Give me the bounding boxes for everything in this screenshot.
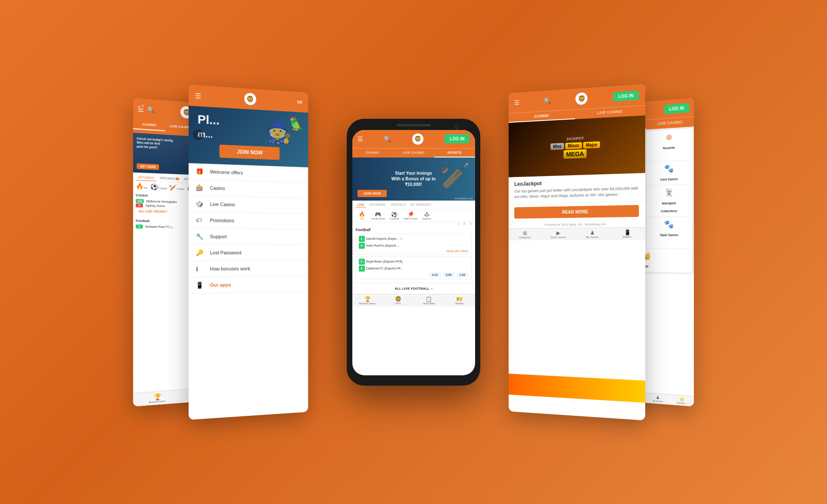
blackjack-collections-game[interactable]: 🃏 BlackjackCollections (646, 184, 692, 217)
odd-2[interactable]: 1.52 (457, 272, 469, 277)
support-item[interactable]: 🔧 Support (189, 228, 308, 245)
table-games-game[interactable]: 🐾 Table Games (646, 216, 692, 248)
how-bonuses-item[interactable]: ℹ How bonuses work (189, 260, 308, 277)
lost-password-item[interactable]: 🔑 Lost Password (189, 244, 308, 261)
quick-launch-btn[interactable]: ▶ Quick Launch (541, 230, 575, 238)
lvfc-footer[interactable]: 🦁 LVFC (383, 296, 414, 305)
team1-name: Gambit Esports (Espor... (366, 237, 399, 240)
bet-here-button[interactable]: BET HERE (137, 163, 159, 170)
menu-hamburger-icon[interactable]: ☰ (195, 91, 201, 100)
menu-lion-logo: 🦁 (244, 93, 256, 105)
casino-item[interactable]: 🎰 Casino (189, 179, 308, 198)
search-icon[interactable]: 🔍 (147, 106, 155, 113)
bottom-banner-strip (509, 374, 645, 403)
live-casino-item[interactable]: 🎲 Live Casino (189, 195, 308, 213)
key-icon: 🔑 (196, 249, 205, 256)
our-apps-item[interactable]: 📱 Our apps (189, 276, 308, 294)
match-card-2[interactable]: 0 Royal Bears (Esports FIFA) 0 Catalonia… (356, 257, 472, 279)
banner-text: Start Your Innings With a Bonus of up to… (391, 170, 435, 187)
phone-casino-tab[interactable]: CASINO (352, 148, 393, 158)
casino-menu-icon[interactable]: ☰ (514, 99, 519, 106)
open-bets-footer[interactable]: 📋 Open Bets (414, 296, 444, 305)
football-filter[interactable]: ⚽Football (388, 211, 401, 220)
mobile-plus-btn[interactable]: 📱 Mobile+ (609, 229, 645, 238)
leojackpot-description: Our top games just got better with LeoJa… (514, 186, 639, 199)
casino-tab[interactable]: CASINO (133, 119, 165, 131)
exclusive-footer-btn[interactable]: ⭐ Exclusiv... (670, 396, 694, 405)
phone-login-button[interactable]: LOG IN (445, 134, 469, 143)
mega-jackpot-row: MEGA (563, 149, 586, 158)
top-filter[interactable]: 🔥Top (356, 211, 369, 220)
left-menu-panel: ☰ 🦁 DE 🦜 🧙 Pl...m... ‹ JOIN NOW 🎁 Welcom… (189, 84, 308, 420)
live-tab[interactable]: LIVE (356, 202, 366, 207)
screens-container: ☰ 6 🔍 🦁 DE CASINO LIVE CASINO SP... Chec… (112, 48, 715, 457)
card-games-label: Card Games (660, 177, 678, 181)
welcome-offers-label: Welcome offers (210, 169, 243, 175)
table-tennis-filter[interactable]: 🏓Table Tennis (403, 211, 417, 220)
leojackpot-title: LeoJackpot (514, 177, 639, 187)
casino-lion-logo: 🦁 (575, 92, 588, 105)
odds-header: 1 X 2 (352, 222, 475, 225)
team4-score: 0 (359, 266, 365, 272)
show-all-offers[interactable]: Show all 8 offers (359, 250, 469, 253)
specials-tab[interactable]: SPECIALS (389, 202, 407, 207)
phone-search-icon[interactable]: 🔍 (384, 136, 391, 142)
esports-filter[interactable]: 🕹Esports (420, 211, 433, 220)
hamburger-menu[interactable]: ☰ 6 (137, 105, 143, 113)
all-live-football-link[interactable]: ALL LIVE FOOTBALL › (352, 283, 475, 294)
cricket-sport[interactable]: 🏏Cricket (169, 184, 184, 191)
roulette-game[interactable]: ⊗ Roulette (646, 128, 692, 162)
upcoming-tab[interactable]: UPCOMING (367, 202, 388, 207)
my-games-btn[interactable]: ♟ My Games (575, 229, 609, 238)
support-label: Support (210, 234, 227, 239)
match-card-1[interactable]: 2 Gambit Esports (Espor... 11' 4 Team Ru… (356, 234, 472, 255)
specials-tab[interactable]: SPECIALS 1 (158, 175, 181, 182)
matches-container: Football 2 Gambit Esports (Espor... 11' (352, 226, 475, 283)
card-games-game[interactable]: 🐾 Card Games (646, 160, 692, 186)
de-label: DE (297, 99, 302, 104)
phone-sports-tab[interactable]: SPORTS (434, 148, 475, 158)
odd-x[interactable]: 5.00 (443, 272, 455, 277)
far-right-login-button[interactable]: LOG IN (664, 102, 689, 114)
promotions-icon: 🏷 (196, 216, 205, 224)
casino-footer: ⊞ Categories ▶ Quick Launch ♟ My Games 📱… (509, 227, 645, 240)
upcoming-tab[interactable]: UPCOMING (136, 174, 156, 181)
my-games-footer-btn[interactable]: ♟ My Games (646, 394, 670, 403)
menu-list: 🎁 Welcome offers 🎰 Casino 🎲 Live Casino … (189, 163, 308, 293)
football-team: Brisbane Roar FC (... (146, 225, 174, 228)
football-sport[interactable]: ⚽Football (150, 183, 167, 190)
betslip-footer[interactable]: 🎫 BetSlip (444, 296, 475, 305)
team3-name: Royal Bears (Esports FIFA) (366, 260, 469, 263)
phone-live-casino-tab[interactable]: LIVE CASINO (393, 148, 434, 158)
read-more-button[interactable]: READ MORE (514, 205, 639, 219)
score1: 128 (136, 199, 143, 203)
lost-password-label: Lost Password (210, 250, 241, 255)
casino-search-icon[interactable]: 🔍 (544, 97, 550, 104)
info-icon: ℹ (196, 265, 205, 272)
browse-sports-btn[interactable]: 🏆 Browse sports (133, 392, 181, 405)
join-now-button[interactable]: JOIN NOW (219, 144, 279, 160)
top-sport[interactable]: 🔥Top (136, 182, 147, 190)
major-jackpot: Major (583, 141, 600, 148)
promotions-item[interactable]: 🏷 Promotions (189, 212, 308, 229)
roulette-label: Roulette (663, 146, 675, 150)
categories-btn[interactable]: ⊞ Categories (509, 230, 541, 238)
phone-footer: 🏆 Browse sports 🦁 LVFC 📋 Open Bets 🎫 Bet… (352, 294, 475, 306)
phone-menu-icon[interactable]: ☰ (358, 136, 363, 142)
my-favourites-tab[interactable]: MY FAVOURIT... (409, 202, 435, 207)
browse-sports-footer[interactable]: 🏆 Browse sports (352, 296, 383, 305)
jackpot-values-row: Mini Minor Major (550, 141, 600, 149)
phone-screen: ☰ 🔍 🦁 LOG IN CASINO LIVE CASINO SPORTS S… (352, 130, 475, 375)
table-games-icon: 🐾 (648, 219, 690, 229)
cricket-player-icon: 🏏 (439, 160, 472, 190)
casino-login-button[interactable]: LOG IN (613, 90, 639, 101)
live-casino-icon: 🎲 (196, 200, 205, 207)
odds-2: 2 (470, 222, 472, 225)
odd-1[interactable]: 4.10 (429, 272, 441, 277)
menu-hero-banner: 🦜 🧙 Pl...m... ‹ JOIN NOW (189, 105, 308, 167)
cricket-banner: Start Your Innings With a Bonus of up to… (352, 158, 475, 201)
casino-label: Casino (210, 185, 225, 191)
virtual-filter[interactable]: 🎮Virtual Sport (371, 211, 386, 220)
minor-jackpot: Minor (565, 142, 582, 149)
join-now-phone-btn[interactable]: JOIN NOW (358, 190, 387, 197)
